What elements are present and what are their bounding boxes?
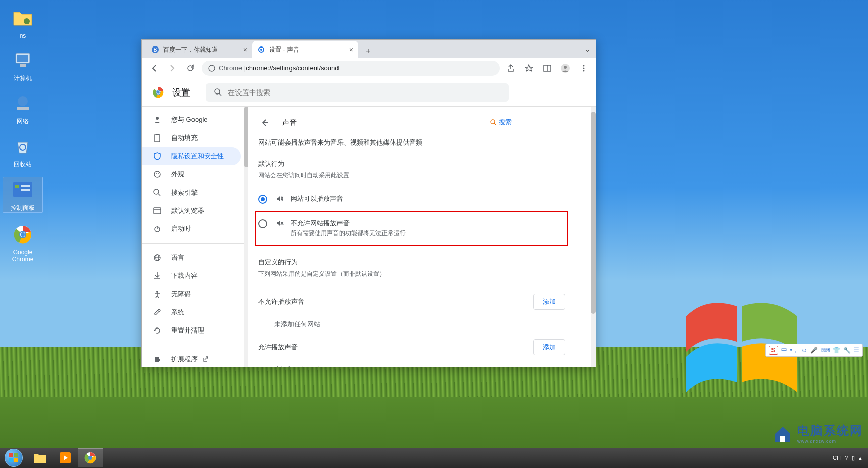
sidebar-item-search-engine[interactable]: 搜索引擎: [142, 183, 241, 202]
baidu-favicon-icon: B: [151, 45, 159, 54]
allow-list-empty: 未添加任何网站: [258, 361, 565, 367]
block-list-empty: 未添加任何网站: [258, 316, 565, 333]
taskbar-explorer[interactable]: [27, 448, 53, 467]
radio-block-sound[interactable]: 不允许网站播放声音 所有需要使用声音的功能都将无法正常运行: [258, 214, 565, 243]
svg-line-52: [494, 123, 496, 125]
back-button[interactable]: [147, 61, 161, 75]
ime-emoji-icon[interactable]: ☺: [801, 347, 807, 354]
tab-title: 百度一下，你就知道: [163, 45, 218, 54]
desktop-icon-recycle-bin[interactable]: 回收站: [3, 134, 43, 169]
tab-settings[interactable]: 设置 - 声音 ×: [252, 41, 358, 58]
custom-behavior-label: 自定义的行为: [258, 258, 565, 267]
radio-allow-sound[interactable]: 网站可以播放声音: [258, 189, 565, 209]
radio-sublabel: 所有需要使用声音的功能都将无法正常运行: [291, 229, 406, 238]
ime-skin-icon[interactable]: 👕: [833, 347, 840, 354]
tray-language[interactable]: CH: [833, 455, 841, 461]
svg-rect-60: [9, 458, 13, 462]
forward-button[interactable]: [165, 61, 179, 75]
ime-keyboard-icon[interactable]: ⌨: [821, 347, 830, 354]
page-search[interactable]: 搜索: [490, 118, 565, 128]
sidebar-scrollbar[interactable]: [244, 107, 248, 367]
svg-point-23: [564, 66, 567, 69]
sidebar-item-downloads[interactable]: 下载内容: [142, 267, 241, 285]
volume-icon: [275, 194, 285, 203]
desktop-icon-label: ns: [3, 32, 43, 39]
bookmark-icon[interactable]: [522, 61, 536, 75]
ime-mic-icon[interactable]: 🎤: [810, 347, 818, 354]
sidebar-separator: [142, 345, 248, 345]
ime-tool-icon[interactable]: 🔧: [843, 347, 851, 354]
menu-icon[interactable]: [576, 61, 591, 75]
tab-close-icon[interactable]: ×: [243, 45, 247, 54]
page-header: 声音 搜索: [258, 117, 565, 129]
sidebar-separator: [142, 243, 248, 244]
svg-point-51: [491, 120, 495, 124]
taskbar-chrome[interactable]: [78, 448, 103, 467]
ime-lang[interactable]: 中: [781, 346, 787, 355]
sidebar-item-accessibility[interactable]: 无障碍: [142, 285, 241, 303]
sidebar-item-default-browser[interactable]: 默认浏览器: [142, 202, 241, 220]
ime-punct-icon[interactable]: •，: [790, 346, 798, 355]
settings-content: 声音 搜索 网站可能会播放声音来为音乐、视频和其他媒体提供音频 默认行为 网站会…: [248, 107, 596, 367]
desktop-icon-chrome[interactable]: Google Chrome: [3, 222, 43, 263]
desktop-icon-ns[interactable]: ns: [3, 6, 43, 39]
sidebar-item-reset[interactable]: 重置并清理: [142, 321, 241, 340]
tray-expand-icon[interactable]: ▴: [859, 455, 862, 461]
radio-button[interactable]: [258, 195, 267, 204]
sidebar-item-appearance[interactable]: 外观: [142, 165, 241, 183]
sidebar-item-you-and-google[interactable]: 您与 Google: [142, 111, 241, 129]
sidebar-item-system[interactable]: 系统: [142, 303, 241, 321]
page-description: 网站可能会播放声音来为音乐、视频和其他媒体提供音频: [258, 138, 565, 147]
sidebar-item-on-startup[interactable]: 启动时: [142, 220, 241, 238]
side-panel-icon[interactable]: [540, 61, 554, 75]
tab-close-icon[interactable]: ×: [349, 45, 353, 54]
share-icon[interactable]: [504, 61, 518, 75]
control-panel-icon: [11, 177, 35, 202]
settings-main: 您与 Google 自动填充 隐私设置和安全性 外观 搜索引擎 默认浏览器 启动…: [142, 107, 596, 367]
svg-point-14: [21, 232, 25, 237]
svg-rect-9: [21, 185, 30, 187]
windows-orb-icon: [5, 449, 23, 467]
site-info-icon[interactable]: [208, 64, 216, 72]
page-back-button[interactable]: [258, 117, 270, 129]
radio-label: 不允许网站播放声音: [291, 219, 406, 228]
radio-button[interactable]: [258, 219, 267, 228]
desktop-icon-control-panel[interactable]: 控制面板: [3, 177, 43, 213]
add-block-button[interactable]: 添加: [533, 294, 565, 310]
svg-rect-5: [17, 107, 29, 110]
sidebar-item-extensions[interactable]: 扩展程序: [142, 350, 241, 367]
tray-help-icon[interactable]: ?: [845, 455, 848, 461]
sidebar-item-label: 隐私设置和安全性: [171, 152, 224, 161]
settings-header: 设置: [142, 78, 596, 107]
svg-point-48: [156, 291, 158, 293]
start-button[interactable]: [0, 448, 27, 468]
add-allow-button[interactable]: 添加: [533, 339, 565, 355]
new-tab-button[interactable]: +: [361, 44, 375, 58]
palette-icon: [152, 170, 162, 179]
tab-dropdown-icon[interactable]: ⌄: [584, 44, 591, 54]
settings-search-input[interactable]: [228, 88, 501, 97]
svg-line-32: [219, 93, 221, 96]
settings-search[interactable]: [206, 83, 509, 102]
sidebar-item-autofill[interactable]: 自动填充: [142, 129, 241, 147]
svg-rect-41: [154, 208, 161, 214]
desktop-icon-network[interactable]: 网络: [3, 91, 43, 126]
profile-icon[interactable]: [558, 61, 572, 75]
tray-flag-icon[interactable]: ▯: [852, 455, 855, 461]
sidebar-item-languages[interactable]: 语言: [142, 249, 241, 267]
desktop-icon-label: 回收站: [3, 160, 43, 169]
chrome-window: — ▢ ✕ B 百度一下，你就知道 × 设置 - 声音 × + ⌄ Chrome…: [141, 39, 596, 367]
taskbar-media-player[interactable]: [53, 448, 78, 467]
tab-baidu[interactable]: B 百度一下，你就知道 ×: [146, 41, 252, 58]
computer-icon: [11, 48, 35, 72]
reload-button[interactable]: [183, 61, 198, 75]
address-bar[interactable]: Chrome | chrome://settings/content/sound: [202, 61, 500, 76]
sidebar-item-label: 启动时: [171, 224, 191, 233]
content-scrollbar[interactable]: [591, 107, 596, 367]
svg-point-4: [18, 96, 28, 106]
radio-label: 网站可以播放声音: [291, 194, 343, 203]
sidebar-item-privacy[interactable]: 隐私设置和安全性: [142, 147, 241, 165]
desktop-icon-computer[interactable]: 计算机: [3, 48, 43, 83]
ime-toolbar[interactable]: S 中 •， ☺ 🎤 ⌨ 👕 🔧 ☰: [765, 344, 863, 357]
ime-menu-icon[interactable]: ☰: [854, 347, 859, 354]
